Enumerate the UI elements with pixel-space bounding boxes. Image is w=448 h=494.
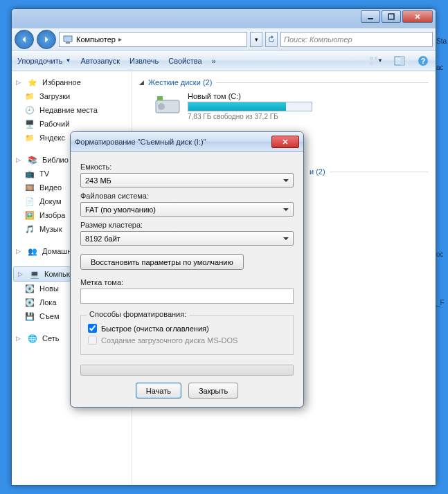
cluster-select[interactable]: 8192 байт: [80, 231, 294, 246]
network-icon: 🌐: [27, 333, 38, 344]
drive-free: 7,83 ГБ свободно из 37,2 ГБ: [188, 113, 429, 120]
history-dropdown[interactable]: ▾: [250, 32, 262, 47]
sidebar-item-recent[interactable]: 🕘Недавние места: [12, 103, 132, 117]
tv-icon: 📺: [24, 168, 35, 179]
refresh-button[interactable]: [265, 32, 278, 47]
image-icon: 🖼️: [24, 210, 35, 221]
preview-button[interactable]: [393, 55, 406, 67]
properties-button[interactable]: Свойства: [168, 57, 201, 65]
desktop-text: Sta: [436, 37, 448, 45]
more-button[interactable]: »: [212, 57, 216, 65]
quick-format-checkbox[interactable]: Быстрое (очистка оглавления): [88, 324, 286, 333]
sidebar-item-desktop[interactable]: 🖥️Рабочий: [12, 117, 132, 131]
dialog-title: Форматирование "Съемный диск (I:)": [75, 138, 206, 146]
breadcrumb[interactable]: Компьютер ▸: [59, 32, 247, 47]
close-dialog-button[interactable]: Закрыть: [188, 383, 238, 399]
search-input[interactable]: Поиск: Компьютер: [280, 32, 433, 47]
sidebar-item-downloads[interactable]: 📁Загрузки: [12, 89, 132, 103]
drive-name: Новый том (C:): [188, 92, 429, 100]
svg-rect-1: [388, 14, 394, 19]
cluster-label: Размер кластера:: [80, 221, 294, 229]
svg-rect-4: [370, 57, 373, 60]
folder-icon: 📁: [24, 132, 35, 143]
desktop-text: ос: [436, 250, 448, 258]
collapse-icon: ◢: [139, 79, 144, 86]
sidebar-favorites[interactable]: ▷⭐Избранное: [12, 75, 132, 89]
filesystem-select[interactable]: FAT (по умолчанию): [80, 202, 294, 217]
autorun-button[interactable]: Автозапуск: [80, 57, 120, 65]
dialog-close-button[interactable]: [271, 136, 299, 148]
progress-bar: [80, 365, 294, 376]
desktop-text: _F: [436, 299, 448, 307]
svg-rect-8: [400, 57, 404, 65]
minimize-button[interactable]: [361, 10, 380, 23]
forward-button[interactable]: [37, 30, 56, 49]
back-button[interactable]: [15, 30, 34, 49]
fs-label: Файловая система:: [80, 192, 294, 200]
msdos-checkbox: Создание загрузочного диска MS-DOS: [88, 336, 286, 345]
format-options-group: Способы форматирования: Быстрое (очистка…: [80, 315, 294, 355]
close-button[interactable]: [402, 10, 433, 23]
extract-button[interactable]: Извлечь: [129, 57, 159, 65]
organize-menu[interactable]: Упорядочить▼: [17, 57, 71, 65]
svg-rect-6: [370, 62, 373, 65]
restore-defaults-button[interactable]: Восстановить параметры по умолчанию: [80, 254, 244, 270]
svg-point-12: [158, 103, 165, 110]
svg-rect-13: [157, 96, 163, 100]
group-hard-disks[interactable]: ◢ Жесткие диски (2): [139, 78, 429, 86]
usb-icon: 💾: [24, 311, 35, 322]
chevron-right-icon: ▸: [118, 35, 122, 43]
nav-bar: Компьютер ▸ ▾ Поиск: Компьютер: [12, 28, 436, 51]
desktop-text: ас: [436, 64, 448, 71]
format-dialog: Форматирование "Съемный диск (I:)" Емкос…: [70, 131, 304, 408]
maximize-button[interactable]: [382, 10, 401, 23]
dialog-titlebar: Форматирование "Съемный диск (I:)": [71, 132, 303, 152]
start-button[interactable]: Начать: [136, 383, 181, 399]
volume-label: Метка тома:: [80, 278, 294, 286]
library-icon: 📚: [27, 154, 38, 165]
folder-icon: 📁: [24, 91, 35, 102]
music-icon: 🎵: [24, 223, 35, 235]
help-button[interactable]: ?: [416, 55, 430, 67]
breadcrumb-label: Компьютер: [76, 35, 116, 44]
homegroup-icon: 👥: [27, 246, 38, 257]
star-icon: ⭐: [27, 77, 38, 88]
volume-input[interactable]: [80, 289, 294, 304]
drive-c[interactable]: Новый том (C:) 7,83 ГБ свободно из 37,2 …: [153, 92, 429, 120]
svg-rect-0: [368, 18, 373, 19]
group-removable[interactable]: и (2): [310, 167, 429, 176]
hdd-icon: [153, 92, 182, 117]
drive-icon: 💽: [24, 297, 35, 308]
drive-icon: 💽: [24, 283, 35, 294]
recent-icon: 🕘: [24, 104, 35, 116]
format-options-legend: Способы форматирования:: [87, 310, 189, 318]
view-button[interactable]: ▼: [369, 55, 383, 67]
window-titlebar: [12, 9, 436, 28]
doc-icon: 📄: [24, 196, 35, 207]
capacity-label: Емкость:: [80, 163, 294, 171]
computer-icon: 💻: [29, 268, 40, 280]
computer-icon: [62, 34, 73, 45]
toolbar: Упорядочить▼ Автозапуск Извлечь Свойства…: [12, 51, 436, 71]
svg-rect-3: [66, 42, 70, 44]
capacity-bar: [188, 102, 312, 111]
svg-rect-2: [64, 36, 72, 42]
svg-text:?: ?: [421, 57, 426, 65]
video-icon: 🎞️: [24, 182, 35, 193]
desktop-icon: 🖥️: [24, 118, 35, 129]
capacity-select[interactable]: 243 МБ: [80, 173, 294, 187]
